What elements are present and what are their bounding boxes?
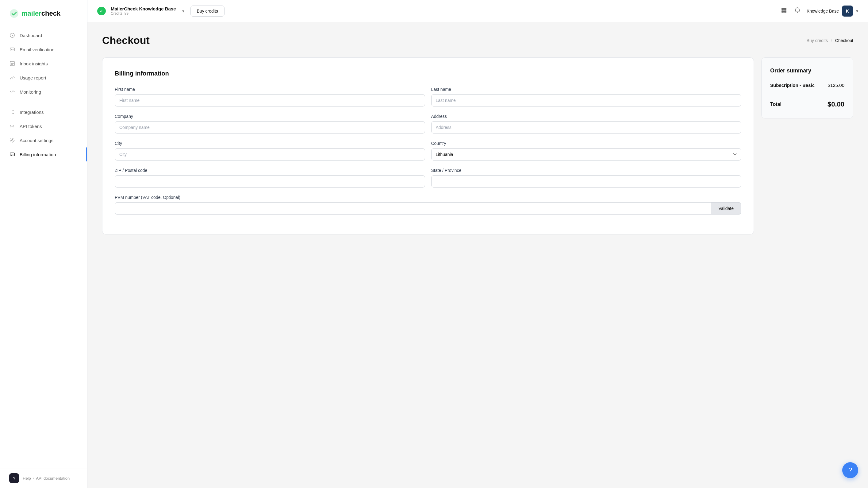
zip-input[interactable]	[115, 175, 425, 188]
vat-input[interactable]	[115, 202, 711, 214]
api-documentation-link[interactable]: API documentation	[36, 476, 70, 481]
address-label: Address	[431, 114, 742, 119]
svg-point-0	[10, 9, 19, 18]
page-content: Checkout Buy credits / Checkout Billing …	[87, 22, 868, 488]
svg-rect-10	[784, 10, 786, 12]
form-group-vat: PVM number (VAT code. Optional) Validate	[115, 195, 741, 214]
logo-icon	[9, 8, 19, 19]
project-dropdown-button[interactable]: ▾	[181, 7, 186, 15]
sidebar-nav: Dashboard Email verification Inbox insig…	[0, 26, 87, 468]
sidebar-footer: ? Help • API documentation	[0, 468, 87, 488]
sidebar-item-inbox-insights[interactable]: Inbox insights	[0, 56, 87, 70]
form-row-name: First name Last name	[115, 87, 741, 107]
order-summary-title: Order summary	[770, 67, 844, 74]
form-row-zip-state: ZIP / Postal code State / Province	[115, 168, 741, 188]
country-label: Country	[431, 141, 742, 146]
zip-label: ZIP / Postal code	[115, 168, 425, 173]
sidebar-item-billing-information[interactable]: Billing information	[0, 147, 87, 162]
order-total-label: Total	[770, 102, 781, 107]
sidebar-item-integrations[interactable]: Integrations	[0, 105, 87, 119]
sidebar-item-monitoring[interactable]: Monitoring	[0, 85, 87, 99]
order-item-price: $125.00	[828, 83, 844, 88]
form-group-state: State / Province	[431, 168, 742, 188]
breadcrumb-buy-credits[interactable]: Buy credits	[807, 38, 828, 43]
company-label: Company	[115, 114, 425, 119]
help-toggle-button[interactable]: ?	[9, 473, 19, 483]
city-label: City	[115, 141, 425, 146]
form-group-address: Address	[431, 114, 742, 134]
account-dropdown-button[interactable]: ▾	[856, 8, 858, 13]
sidebar-item-inbox-insights-label: Inbox insights	[20, 61, 48, 66]
monitoring-icon	[9, 89, 16, 95]
help-fab-button[interactable]: ?	[842, 462, 858, 478]
notifications-button[interactable]	[793, 6, 802, 16]
form-group-last-name: Last name	[431, 87, 742, 107]
state-input[interactable]	[431, 175, 742, 188]
order-item: Subscription - Basic $125.00	[770, 83, 844, 94]
svg-rect-8	[784, 8, 786, 10]
account-settings-icon	[9, 137, 16, 143]
vat-label: PVM number (VAT code. Optional)	[115, 195, 741, 200]
company-input[interactable]	[115, 121, 425, 134]
integrations-icon	[9, 109, 16, 115]
last-name-label: Last name	[431, 87, 742, 92]
grid-button[interactable]	[780, 6, 788, 16]
validate-button[interactable]: Validate	[711, 202, 741, 214]
sidebar-item-api-tokens[interactable]: API tokens	[0, 119, 87, 133]
first-name-label: First name	[115, 87, 425, 92]
billing-section-title: Billing information	[115, 70, 741, 77]
footer-dot: •	[33, 476, 34, 481]
order-item-name: Subscription - Basic	[770, 83, 815, 88]
form-group-company: Company	[115, 114, 425, 134]
logo: mailercheck	[0, 0, 87, 26]
account-name: Knowledge Base	[807, 8, 839, 13]
order-total: Total $0.00	[770, 101, 844, 108]
country-select[interactable]: Lithuania United States United Kingdom G…	[431, 148, 742, 161]
sidebar-item-usage-report-label: Usage report	[20, 75, 46, 80]
first-name-input[interactable]	[115, 94, 425, 107]
logo-text: mailercheck	[22, 9, 60, 18]
project-credits: Credits: 89	[111, 11, 176, 16]
page-title: Checkout	[102, 34, 150, 46]
form-row-city-country: City Country Lithuania United States Uni…	[115, 141, 741, 161]
sidebar-item-account-settings[interactable]: Account settings	[0, 133, 87, 147]
sidebar-item-billing-information-label: Billing information	[20, 152, 56, 157]
svg-rect-9	[781, 10, 784, 12]
avatar: K	[842, 5, 853, 17]
address-input[interactable]	[431, 121, 742, 134]
project-check-icon: ✓	[97, 7, 106, 16]
email-verification-icon	[9, 46, 16, 53]
project-name: MailerCheck Knowledge Base	[111, 6, 176, 11]
sidebar-item-account-settings-label: Account settings	[20, 138, 53, 143]
main-area: ✓ MailerCheck Knowledge Base Credits: 89…	[87, 0, 868, 488]
order-summary-card: Order summary Subscription - Basic $125.…	[761, 57, 853, 118]
checkout-layout: Billing information First name Last name	[102, 57, 853, 234]
vat-input-group: Validate	[115, 202, 741, 214]
page-header: Checkout Buy credits / Checkout	[102, 34, 853, 46]
sidebar-item-usage-report[interactable]: Usage report	[0, 70, 87, 85]
svg-point-2	[12, 35, 13, 36]
form-group-first-name: First name	[115, 87, 425, 107]
last-name-input[interactable]	[431, 94, 742, 107]
header: ✓ MailerCheck Knowledge Base Credits: 89…	[87, 0, 868, 22]
billing-information-icon	[9, 151, 16, 157]
form-group-zip: ZIP / Postal code	[115, 168, 425, 188]
billing-card: Billing information First name Last name	[102, 57, 754, 234]
help-link[interactable]: Help	[23, 476, 31, 481]
sidebar-item-integrations-label: Integrations	[20, 110, 43, 115]
form-group-city: City	[115, 141, 425, 161]
order-total-price: $0.00	[828, 101, 844, 108]
svg-rect-7	[781, 8, 784, 10]
breadcrumb-current: Checkout	[835, 38, 853, 43]
svg-rect-6	[10, 153, 14, 156]
header-left: ✓ MailerCheck Knowledge Base Credits: 89…	[97, 5, 224, 17]
sidebar-item-email-verification-label: Email verification	[20, 47, 54, 52]
sidebar-item-email-verification[interactable]: Email verification	[0, 42, 87, 56]
buy-credits-button[interactable]: Buy credits	[190, 5, 224, 17]
sidebar-item-dashboard[interactable]: Dashboard	[0, 28, 87, 42]
inbox-insights-icon	[9, 60, 16, 66]
header-account[interactable]: Knowledge Base K ▾	[807, 5, 858, 17]
sidebar: mailercheck Dashboard Email verification…	[0, 0, 87, 488]
city-input[interactable]	[115, 148, 425, 161]
breadcrumb-separator: /	[831, 38, 832, 43]
